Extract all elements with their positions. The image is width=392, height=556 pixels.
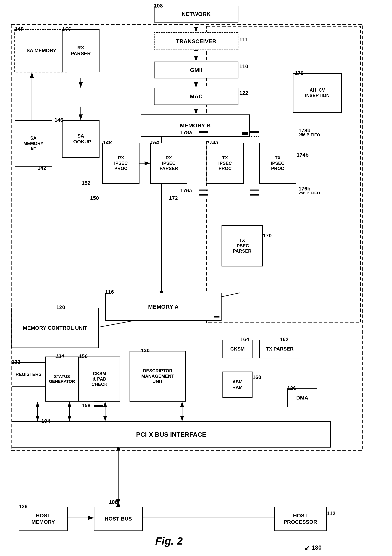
- sa-memory-box: SA MEMORY: [15, 29, 68, 72]
- transceiver-ref: 111: [239, 37, 248, 43]
- status-gen-box: STATUS GENERATOR: [45, 356, 79, 402]
- pcix-bus-ref: 104: [41, 418, 50, 424]
- host-bus-box: HOST BUS: [94, 507, 143, 531]
- sa-memory-if-ref: 142: [38, 165, 46, 171]
- host-memory-ref: 128: [19, 503, 28, 510]
- fifo-178a-ref: 178a: [180, 130, 192, 135]
- network-box: NETWORK: [154, 6, 238, 23]
- fifo-176a-ref: 176a: [180, 188, 192, 194]
- tx-ipsec-proc-b-ref: 174b: [297, 152, 309, 158]
- sa-memory-if-box: SA MEMORY I/F: [15, 120, 52, 167]
- host-processor-box: HOST PROCESSOR: [274, 507, 327, 531]
- pcix-bus-box: PCI-X BUS INTERFACE: [12, 421, 331, 448]
- ah-icv-box: AH ICV INSERTION: [293, 73, 342, 113]
- fifo-158-ref: 158: [82, 402, 91, 409]
- status-gen-ref: 134: [55, 353, 64, 359]
- dma-box: DMA: [287, 388, 317, 407]
- tx-ipsec-parser-box: TX IPSEC PARSER: [221, 225, 263, 266]
- fifo-158: [94, 402, 103, 415]
- mac-ref: 122: [239, 90, 248, 96]
- tx-ipsec-parser-ref: 170: [263, 233, 272, 239]
- host-bus-ref: 106: [109, 499, 118, 505]
- asm-ram-ref: 160: [252, 374, 261, 380]
- diagram: NETWORK 108 TRANSCEIVER 111 GMII 110 MAC…: [0, 0, 392, 556]
- memory-control-ref: 120: [56, 304, 65, 310]
- tx-parser-ref: 162: [280, 336, 289, 342]
- ref-150: 150: [90, 195, 99, 201]
- host-processor-ref: 112: [327, 510, 336, 516]
- host-memory-box: HOST MEMORY: [19, 507, 68, 531]
- fig-ref-arrow: ↙: [304, 544, 310, 552]
- transceiver-box: TRANSCEIVER: [154, 32, 238, 50]
- fifo-176a: [199, 186, 208, 199]
- cksm-box: CKSM: [222, 340, 252, 358]
- gmii-box: GMII: [154, 62, 238, 78]
- fig-ref-num: 180: [312, 544, 321, 551]
- rx-parser-ref: 144: [62, 26, 71, 32]
- tx-ipsec-proc-a-box: TX IPSEC PROC: [206, 143, 244, 184]
- gmii-ref: 110: [239, 63, 248, 70]
- sa-memory-ref: 140: [15, 26, 24, 32]
- figure-caption: Fig. 2: [122, 535, 216, 547]
- rx-ipsec-proc-ref: 148: [103, 140, 112, 146]
- fifo-178b: [250, 128, 259, 141]
- descriptor-mgmt-ref: 130: [141, 348, 150, 354]
- tx-parser-box: TX PARSER: [259, 340, 300, 358]
- sa-lookup-box: SA LOOKUP: [62, 120, 100, 158]
- cksm-pad-ref: 156: [79, 353, 88, 359]
- rx-ipsec-parser-box: RX IPSEC PARSER: [150, 143, 187, 184]
- memory-b-box: MEMORY B: [141, 115, 250, 137]
- memory-a-box: MEMORY A: [105, 293, 221, 321]
- registers-ref: 132: [12, 359, 20, 365]
- rx-parser-box: RX PARSER: [62, 29, 100, 72]
- network-ref: 108: [154, 3, 163, 9]
- memory-a-ref: 116: [105, 289, 114, 295]
- mac-box: MAC: [154, 88, 238, 105]
- sa-lookup-ref: 146: [55, 117, 63, 123]
- cksm-ref: 164: [240, 336, 249, 342]
- ah-icv-ref: 179: [295, 70, 304, 76]
- asm-ram-box: ASM RAM: [222, 371, 252, 398]
- tx-ipsec-proc-b-box: TX IPSEC PROC: [259, 143, 296, 184]
- descriptor-mgmt-box: DESCRIPTOR MANAGEMENT UNIT: [130, 351, 186, 402]
- rx-ipsec-proc-box: RX IPSEC PROC: [102, 143, 140, 184]
- rx-ipsec-parser-ref: 154: [150, 140, 159, 146]
- cksm-pad-box: CKSM & PAD CHECK: [79, 356, 120, 402]
- ref-152: 152: [82, 180, 91, 186]
- fifo-178b-label: 256 B FIFO: [298, 132, 320, 137]
- fifo-178a: [199, 128, 208, 141]
- memory-control-box: MEMORY CONTROL UNIT: [11, 308, 99, 348]
- registers-box: REGISTERS: [12, 362, 46, 386]
- fifo-176b: [250, 186, 259, 199]
- fifo-176b-label: 256 B FIFO: [298, 191, 320, 195]
- ref-172: 172: [169, 195, 178, 201]
- dma-ref: 126: [287, 385, 296, 391]
